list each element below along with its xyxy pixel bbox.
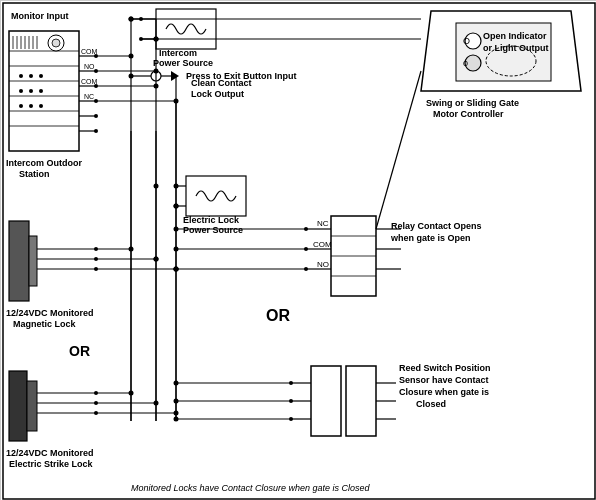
svg-point-69: [129, 74, 134, 79]
svg-text:when gate is Open: when gate is Open: [390, 233, 471, 243]
svg-rect-77: [9, 221, 29, 301]
svg-text:Lock Output: Lock Output: [191, 89, 244, 99]
svg-text:COM: COM: [313, 240, 332, 249]
svg-text:Power Source: Power Source: [183, 225, 243, 235]
svg-text:NC: NC: [317, 219, 329, 228]
svg-text:COM: COM: [81, 78, 98, 85]
clean-contact-label: Clean Contact: [191, 78, 252, 88]
svg-point-59: [154, 69, 159, 74]
or-label-middle: OR: [266, 307, 290, 324]
svg-text:NO: NO: [317, 260, 329, 269]
or-label-top: OR: [69, 343, 90, 359]
svg-text:Power Source: Power Source: [153, 58, 213, 68]
svg-text:O: O: [463, 36, 470, 46]
bottom-note: Monitored Locks have Contact Closure whe…: [131, 483, 371, 493]
svg-point-57: [129, 54, 134, 59]
svg-point-20: [39, 74, 43, 78]
svg-text:or Light Output: or Light Output: [483, 43, 548, 53]
svg-rect-131: [346, 366, 376, 436]
svg-point-26: [39, 104, 43, 108]
svg-text:Motor Controller: Motor Controller: [433, 109, 504, 119]
svg-point-22: [29, 89, 33, 93]
svg-point-23: [39, 89, 43, 93]
svg-point-19: [29, 74, 33, 78]
svg-point-61: [154, 84, 159, 89]
electric-strike-label: 12/24VDC Monitored: [6, 448, 94, 458]
svg-rect-92: [9, 371, 27, 441]
svg-point-21: [19, 89, 23, 93]
svg-text:NO: NO: [84, 63, 95, 70]
svg-text:COM: COM: [81, 48, 98, 55]
reed-switch-label: Reed Switch Position: [399, 363, 491, 373]
svg-point-36: [94, 114, 98, 118]
monitor-input-label: Monitor Input: [11, 11, 68, 21]
svg-point-24: [19, 104, 23, 108]
svg-rect-93: [27, 381, 37, 431]
svg-point-17: [52, 39, 60, 47]
relay-contact-label: Relay Contact Opens: [391, 221, 482, 231]
swing-gate-label: Swing or Sliding Gate: [426, 98, 519, 108]
svg-point-38: [94, 129, 98, 133]
svg-rect-130: [311, 366, 341, 436]
svg-text:NC: NC: [84, 93, 94, 100]
intercom-outdoor-station-label2: Station: [19, 169, 50, 179]
svg-text:Closed: Closed: [416, 399, 446, 409]
svg-rect-78: [29, 236, 37, 286]
svg-text:o: o: [463, 58, 468, 68]
svg-text:Closure when gate is: Closure when gate is: [399, 387, 489, 397]
wiring-diagram: COM NO COM NC Monitor Input Intercom Out…: [0, 0, 596, 500]
electric-lock-power-label: Electric Lock: [183, 215, 240, 225]
intercom-power-source-label: Intercom: [159, 48, 197, 58]
open-indicator-label: Open Indicator: [483, 31, 547, 41]
magnetic-lock-label: 12/24VDC Monitored: [6, 308, 94, 318]
svg-point-159: [154, 37, 159, 42]
svg-text:Electric Strike Lock: Electric Strike Lock: [9, 459, 94, 469]
svg-point-157: [129, 17, 134, 22]
svg-text:Sensor have Contact: Sensor have Contact: [399, 375, 489, 385]
intercom-outdoor-station-label: Intercom Outdoor: [6, 158, 82, 168]
svg-point-25: [29, 104, 33, 108]
svg-text:Magnetic Lock: Magnetic Lock: [13, 319, 77, 329]
svg-point-18: [19, 74, 23, 78]
